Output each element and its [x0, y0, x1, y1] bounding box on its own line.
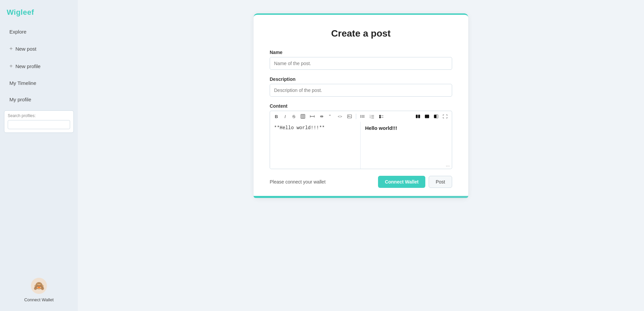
svg-text:<>: <>: [338, 114, 342, 118]
create-post-card: Create a post Name Description Content B…: [254, 13, 468, 198]
sidebar-item-label: New profile: [15, 63, 41, 69]
wallet-notice-text: Please connect your wallet: [270, 179, 326, 185]
sidebar-item-my-profile[interactable]: My profile: [3, 92, 75, 107]
plus-icon-new-post: +: [9, 45, 13, 52]
toolbar-divider: [356, 114, 356, 119]
toolbar-hr-button[interactable]: [308, 113, 316, 120]
description-field-group: Description: [270, 76, 452, 97]
svg-point-15: [360, 115, 361, 116]
editor-preview-pane: Hello world!!! …: [361, 122, 452, 169]
post-button[interactable]: Post: [429, 176, 452, 188]
card-bottom-bar: [254, 196, 468, 198]
toolbar-strikethrough-button[interactable]: S: [290, 113, 298, 120]
resize-handle-icon[interactable]: …: [446, 163, 450, 167]
toolbar-view-preview-button[interactable]: [423, 113, 431, 120]
content-editor-section: Content B I S " <>: [270, 103, 452, 169]
sidebar-item-new-post[interactable]: + New post: [3, 41, 75, 57]
connect-wallet-button[interactable]: Connect Wallet: [378, 176, 425, 188]
toolbar-list-ordered-button[interactable]: 1.2.3.: [368, 113, 376, 120]
sidebar-bottom: 🙈 Connect Wallet: [0, 272, 78, 311]
name-field-group: Name: [270, 50, 452, 70]
sidebar-item-explore[interactable]: Explore: [3, 24, 75, 39]
toolbar-list-unordered-button[interactable]: [359, 113, 367, 120]
toolbar-blockquote-button[interactable]: ": [327, 113, 335, 120]
app-logo[interactable]: Wigleef: [0, 0, 78, 23]
avatar[interactable]: 🙈: [31, 278, 47, 294]
toolbar-italic-button[interactable]: I: [281, 113, 289, 120]
card-title: Create a post: [270, 28, 452, 39]
svg-rect-33: [436, 115, 438, 118]
form-footer: Please connect your wallet Connect Walle…: [270, 176, 452, 188]
description-label: Description: [270, 76, 452, 82]
toolbar-view-side-button[interactable]: [432, 113, 440, 120]
editor-input-textarea[interactable]: **Hello world!!!**: [270, 122, 361, 169]
editor-body: **Hello world!!!** Hello world!!! …: [270, 122, 452, 169]
sidebar-item-label: Explore: [9, 29, 26, 35]
sidebar-connect-wallet-button[interactable]: Connect Wallet: [22, 297, 56, 303]
toolbar-view-fullscreen-button[interactable]: [441, 113, 449, 120]
content-label: Content: [270, 103, 452, 109]
plus-icon-new-profile: +: [9, 63, 13, 69]
toolbar-code-button[interactable]: <>: [336, 113, 344, 120]
sidebar-item-label: My profile: [9, 97, 31, 102]
toolbar-table-button[interactable]: [299, 113, 307, 120]
svg-rect-29: [418, 115, 420, 118]
toolbar-image-button[interactable]: [345, 113, 354, 120]
name-label: Name: [270, 50, 452, 55]
sidebar: Wigleef Explore + New post + New profile…: [0, 0, 78, 311]
sidebar-nav: Explore + New post + New profile My Time…: [0, 23, 78, 272]
sidebar-item-my-timeline[interactable]: My Timeline: [3, 75, 75, 91]
svg-rect-28: [416, 115, 418, 118]
toolbar-link-button[interactable]: [318, 113, 326, 120]
editor-toolbar: B I S " <>: [270, 111, 452, 122]
svg-point-16: [360, 116, 361, 117]
search-profiles-section: Search profiles:: [4, 110, 74, 133]
toolbar-right-btns: [414, 113, 449, 120]
svg-text:3.: 3.: [370, 117, 371, 118]
main-content: Create a post Name Description Content B…: [78, 0, 644, 311]
sidebar-item-label: New post: [15, 46, 37, 52]
toolbar-list-task-button[interactable]: [377, 113, 385, 120]
name-input[interactable]: [270, 57, 452, 70]
svg-point-11: [348, 115, 349, 116]
sidebar-item-new-profile[interactable]: + New profile: [3, 58, 75, 74]
toolbar-view-split-button[interactable]: [414, 113, 422, 120]
search-profiles-input[interactable]: [8, 120, 70, 129]
svg-point-17: [360, 117, 361, 118]
search-profiles-label: Search profiles:: [8, 113, 70, 118]
footer-buttons: Connect Wallet Post: [378, 176, 452, 188]
toolbar-bold-button[interactable]: B: [273, 113, 280, 120]
svg-text:": ": [329, 115, 331, 118]
svg-rect-26: [379, 117, 381, 118]
sidebar-item-label: My Timeline: [9, 80, 36, 86]
description-input[interactable]: [270, 84, 452, 97]
svg-rect-0: [301, 114, 305, 118]
